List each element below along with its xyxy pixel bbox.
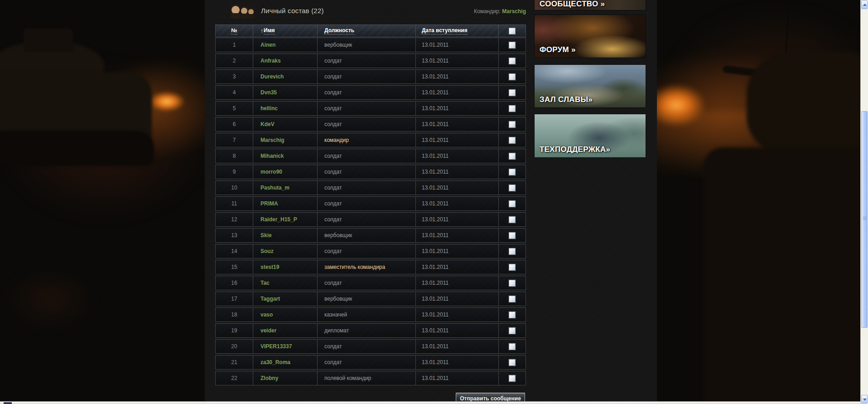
sort-ascending-icon: ↑: [260, 28, 263, 34]
row-checkbox[interactable]: [509, 264, 516, 271]
row-role: командир: [318, 133, 416, 147]
row-checkbox-cell: [499, 371, 526, 385]
player-name-link[interactable]: morro90: [260, 169, 282, 175]
row-checkbox-cell: [499, 292, 526, 306]
row-checkbox[interactable]: [509, 248, 516, 255]
row-role: солдат: [318, 340, 416, 353]
player-name-link[interactable]: KdeV: [260, 121, 275, 127]
player-name-link[interactable]: PRIMA: [260, 200, 278, 207]
scroll-up-button[interactable]: [861, 0, 868, 9]
player-name-link[interactable]: Marschig: [260, 137, 285, 143]
scrollbar-grip-icon: [863, 217, 867, 221]
clan-page: { "header": { "title": "Личный состав (2…: [0, 0, 868, 404]
player-name-link[interactable]: Skie: [260, 232, 272, 239]
banner-community[interactable]: СООБЩЕСТВО »: [535, 0, 646, 10]
player-name-link[interactable]: Durevich: [260, 73, 284, 80]
row-checkbox[interactable]: [509, 169, 516, 175]
player-name-link[interactable]: Tac: [260, 280, 270, 286]
row-checkbox-cell: [499, 38, 526, 52]
row-checkbox[interactable]: [509, 232, 516, 239]
column-header-date[interactable]: Дата вступления: [416, 25, 499, 37]
banner-support[interactable]: ТЕХПОДДЕРЖКА»: [535, 114, 646, 157]
row-checkbox[interactable]: [509, 58, 516, 64]
statusbar-icon: [4, 402, 12, 404]
row-number: 12: [216, 213, 253, 226]
row-name-cell: hellinc: [253, 102, 318, 115]
row-checkbox[interactable]: [509, 89, 516, 96]
row-checkbox[interactable]: [509, 137, 516, 144]
row-checkbox[interactable]: [509, 296, 516, 302]
row-checkbox[interactable]: [509, 105, 516, 112]
row-number: 10: [216, 181, 253, 195]
row-checkbox[interactable]: [509, 312, 516, 318]
row-join-date: 13.01.2011: [416, 244, 499, 258]
player-name-link[interactable]: Souz: [260, 248, 274, 254]
player-name-link[interactable]: vaso: [260, 312, 273, 318]
row-name-cell: Marschig: [253, 133, 318, 147]
row-number: 5: [216, 102, 253, 115]
row-number: 8: [216, 149, 253, 163]
column-header-role[interactable]: Должность: [318, 25, 416, 37]
table-row: 6 KdeV солдат 13.01.2011: [215, 117, 526, 131]
player-name-link[interactable]: Mihanick: [260, 153, 284, 159]
row-checkbox[interactable]: [509, 359, 516, 366]
commander-name[interactable]: Marschig: [502, 8, 526, 15]
row-name-cell: Mihanick: [253, 149, 318, 163]
player-name-link[interactable]: Dvn35: [260, 89, 277, 96]
player-name-link[interactable]: veider: [260, 327, 276, 334]
content-panel: Личный состав (22) Командир: Marschig № …: [205, 0, 657, 401]
row-checkbox[interactable]: [509, 200, 516, 207]
table-row: 12 Raider_H15_P солдат 13.01.2011: [215, 212, 526, 227]
row-checkbox-cell: [499, 54, 526, 68]
vertical-scrollbar[interactable]: [860, 0, 868, 404]
row-number: 14: [216, 244, 253, 258]
player-name-link[interactable]: Anfraks: [260, 58, 281, 64]
player-name-link[interactable]: Pashuta_m: [260, 185, 289, 191]
banner-forum[interactable]: ФОРУМ »: [535, 15, 646, 58]
table-row: 2 Anfraks солдат 13.01.2011: [215, 54, 526, 68]
scrollbar-thumb[interactable]: [861, 111, 868, 328]
column-header-num[interactable]: №: [216, 25, 253, 37]
row-role: солдат: [318, 70, 416, 83]
row-name-cell: Raider_H15_P: [253, 213, 318, 226]
player-name-link[interactable]: za30_Roma: [260, 359, 290, 365]
row-checkbox[interactable]: [509, 327, 516, 334]
row-name-cell: veider: [253, 324, 318, 337]
row-checkbox[interactable]: [509, 280, 516, 287]
player-name-link[interactable]: Raider_H15_P: [260, 216, 297, 223]
player-name-link[interactable]: Taggart: [260, 296, 280, 302]
column-header-checkbox: [499, 25, 526, 37]
row-number: 21: [216, 355, 253, 369]
row-checkbox[interactable]: [509, 42, 516, 49]
row-role: солдат: [318, 213, 416, 226]
row-name-cell: Taggart: [253, 292, 318, 306]
player-name-link[interactable]: VIPER13337: [260, 343, 292, 350]
commander-label: Командир:: [474, 8, 501, 15]
row-name-cell: Tac: [253, 276, 318, 290]
row-name-cell: za30_Roma: [253, 355, 318, 369]
player-name-link[interactable]: Zlobny: [260, 375, 278, 381]
row-join-date: 13.01.2011: [416, 102, 499, 115]
player-name-link[interactable]: hellinc: [260, 105, 278, 112]
row-checkbox[interactable]: [509, 73, 516, 80]
row-number: 19: [216, 324, 253, 337]
column-header-name[interactable]: ↑ Имя: [253, 25, 318, 37]
player-name-link[interactable]: Ainen: [260, 42, 275, 48]
row-role: солдат: [318, 102, 416, 115]
row-checkbox[interactable]: [509, 153, 516, 160]
row-number: 20: [216, 340, 253, 353]
row-checkbox[interactable]: [509, 216, 516, 223]
row-checkbox[interactable]: [509, 185, 516, 191]
scroll-down-button[interactable]: [861, 395, 868, 404]
row-name-cell: Anfraks: [253, 54, 318, 68]
table-row: 7 Marschig командир 13.01.2011: [215, 133, 526, 147]
table-row: 10 Pashuta_m солдат 13.01.2011: [215, 180, 526, 195]
row-checkbox[interactable]: [509, 343, 516, 350]
row-role: солдат: [318, 165, 416, 179]
player-name-link[interactable]: stest19: [260, 264, 279, 270]
row-name-cell: Dvn35: [253, 86, 318, 99]
banner-hall-of-fame[interactable]: ЗАЛ СЛАВЫ»: [535, 65, 646, 107]
row-checkbox[interactable]: [509, 121, 516, 128]
select-all-checkbox[interactable]: [509, 28, 516, 34]
row-checkbox[interactable]: [509, 375, 516, 382]
